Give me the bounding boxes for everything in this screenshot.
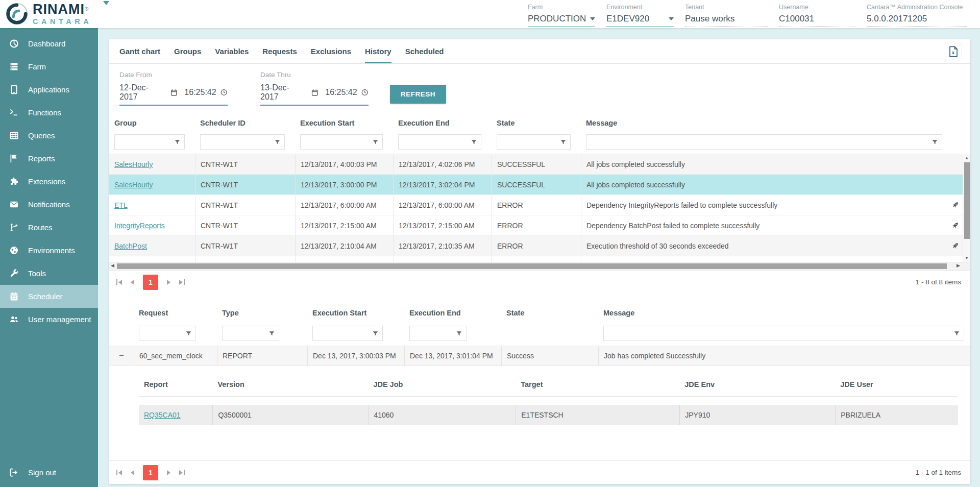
table-row-selected[interactable]: SalesHourly CNTR-W1T 12/13/2017, 3:00:00… [109, 175, 963, 195]
funnel-icon[interactable] [560, 139, 567, 145]
funnel-icon[interactable] [268, 330, 275, 337]
filter-group-input[interactable] [118, 138, 172, 146]
funnel-icon[interactable] [953, 330, 960, 337]
sidebar-item-tools[interactable]: Tools [0, 262, 98, 285]
filter-state [497, 134, 571, 150]
date-from-input[interactable]: 12-Dec-2017 16:25:42 [119, 83, 228, 106]
funnel-icon[interactable] [174, 139, 181, 145]
filter-execution-end-input[interactable] [413, 330, 454, 337]
tab-requests[interactable]: Requests [262, 39, 297, 63]
sidebar-item-routes[interactable]: Routes [0, 216, 98, 239]
tab-history[interactable]: History [365, 39, 391, 63]
last-page-button[interactable] [179, 470, 185, 475]
horizontal-scrollbar-thumb[interactable] [117, 263, 947, 269]
refresh-button[interactable]: REFRESH [390, 85, 446, 104]
rocket-launch-icon[interactable] [951, 241, 960, 250]
filter-message-input[interactable] [607, 330, 951, 337]
table-row[interactable]: IntegrityReports CNTR-W1T 12/13/2017, 2:… [109, 215, 963, 236]
time-from-value[interactable]: 16:25:42 [184, 88, 216, 97]
sidebar-item-applications[interactable]: Applications [0, 78, 98, 101]
previous-page-button[interactable] [131, 470, 134, 475]
table-row[interactable]: SalesHourly CNTR-W1T 12/13/2017, 4:00:03… [109, 154, 963, 175]
tab-groups[interactable]: Groups [174, 39, 201, 63]
sidebar-item-extensions[interactable]: Extensions [0, 170, 98, 193]
table-row[interactable]: BatchPost CNTR-W1T 12/13/2017, 2:10:04 A… [109, 236, 963, 256]
group-link[interactable]: IntegrityReports [114, 222, 165, 230]
sidebar-item-environments[interactable]: Environments [0, 239, 98, 262]
filter-request-input[interactable] [142, 330, 183, 337]
clock-picker-icon[interactable] [220, 88, 228, 96]
funnel-icon[interactable] [372, 330, 379, 337]
filter-type-input[interactable] [226, 330, 266, 337]
calendar-picker-icon[interactable] [311, 88, 318, 96]
report-link[interactable]: RQ35CA01 [144, 411, 181, 419]
time-thru-value[interactable]: 16:25:42 [325, 88, 357, 97]
detail-row[interactable]: RQ35CA01 Q3500001 41060 E1TESTSCH JPY910… [139, 405, 958, 425]
date-thru-value[interactable]: 13-Dec-2017 [260, 83, 307, 102]
group-link[interactable]: ETL [114, 201, 128, 209]
table-row[interactable]: ManufacturingAccounting CNTR-W1T 12/13/2… [109, 256, 963, 262]
calendar-picker-icon[interactable] [170, 88, 178, 96]
export-excel-button[interactable]: x [945, 43, 962, 60]
sidebar-item-scheduler[interactable]: Scheduler [0, 285, 98, 308]
dropdown-caret-icon[interactable] [669, 17, 674, 20]
vertical-scrollbar-thumb[interactable] [964, 162, 970, 239]
filter-execution-end-input[interactable] [402, 138, 469, 146]
group-link[interactable]: SalesHourly [114, 160, 153, 168]
rocket-launch-icon[interactable] [951, 201, 960, 209]
current-page-button[interactable]: 1 [143, 275, 158, 290]
funnel-icon[interactable] [372, 139, 379, 145]
sign-out-button[interactable]: Sign out [0, 461, 98, 484]
table-row[interactable]: ETL CNTR-W1T 12/13/2017, 6:00:00 AM 12/1… [109, 195, 963, 215]
tab-exclusions[interactable]: Exclusions [311, 39, 351, 63]
sidebar-nav: Dashboard Farm Applications Functions Qu… [0, 28, 98, 487]
sidebar-item-dashboard[interactable]: Dashboard [0, 32, 98, 55]
vertical-scrollbar[interactable]: ▲ ▼ [963, 154, 970, 262]
filter-scheduler-id-input[interactable] [204, 138, 272, 146]
tab-gantt-chart[interactable]: Gantt chart [119, 39, 160, 63]
collapse-row-button[interactable]: − [109, 346, 134, 366]
funnel-icon[interactable] [274, 139, 281, 145]
date-thru-group: Date Thru 13-Dec-2017 16:25:42 [260, 71, 369, 106]
date-from-value[interactable]: 12-Dec-2017 [119, 83, 166, 102]
horizontal-scrollbar[interactable]: ◀ ▶ [109, 262, 970, 270]
current-page-button[interactable]: 1 [143, 465, 158, 480]
environment-select[interactable]: Environment E1DEV920 [606, 4, 674, 27]
sidebar-item-functions[interactable]: Functions [0, 101, 98, 124]
previous-page-button[interactable] [131, 280, 134, 285]
funnel-icon[interactable] [185, 330, 192, 337]
first-page-button[interactable] [116, 470, 122, 475]
farm-select[interactable]: Farm PRODUCTION [528, 4, 595, 27]
sidebar-item-farm[interactable]: Farm [0, 55, 98, 78]
tab-scheduled[interactable]: Scheduled [405, 39, 444, 63]
scroll-right-arrow-icon[interactable]: ▶ [957, 263, 960, 268]
date-thru-input[interactable]: 13-Dec-2017 16:25:42 [260, 83, 369, 106]
sidebar-item-user-management[interactable]: User management [0, 308, 98, 331]
filter-execution-start-input[interactable] [304, 138, 370, 146]
funnel-icon[interactable] [471, 139, 477, 145]
sidebar-item-notifications[interactable]: Notifications [0, 193, 98, 216]
next-page-button[interactable] [167, 470, 170, 475]
last-page-button[interactable] [179, 279, 185, 285]
clock-picker-icon[interactable] [361, 88, 369, 96]
dropdown-caret-icon[interactable] [590, 17, 595, 20]
sidebar-item-reports[interactable]: Reports [0, 147, 98, 170]
funnel-icon[interactable] [456, 330, 462, 337]
funnel-icon[interactable] [932, 139, 938, 145]
request-row-expanded[interactable]: − 60_sec_mem_clock REPORT Dec 13, 2017, … [109, 346, 970, 366]
first-page-button[interactable] [116, 279, 122, 285]
filter-message-input[interactable] [590, 138, 929, 146]
scroll-left-arrow-icon[interactable]: ◀ [111, 263, 114, 268]
wrench-icon [9, 268, 19, 279]
filter-execution-start-input[interactable] [316, 330, 370, 337]
group-link[interactable]: BatchPost [114, 242, 147, 250]
next-page-button[interactable] [167, 280, 170, 285]
sidebar-item-queries[interactable]: Queries [0, 124, 98, 147]
filter-state-input[interactable] [500, 138, 558, 146]
rocket-launch-icon[interactable] [951, 221, 960, 230]
scroll-down-arrow-icon[interactable]: ▼ [963, 256, 970, 260]
tenant-value: Pause works [685, 14, 734, 24]
scroll-up-arrow-icon[interactable]: ▲ [963, 156, 970, 160]
tab-variables[interactable]: Variables [215, 39, 249, 63]
group-link[interactable]: SalesHourly [114, 181, 153, 189]
